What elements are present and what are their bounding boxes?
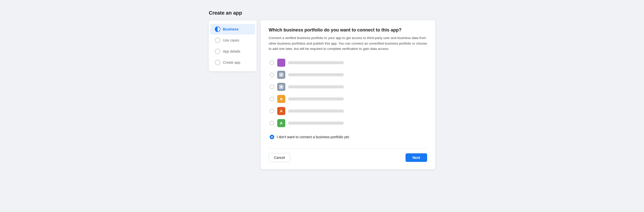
svg-rect-3 — [280, 86, 282, 88]
radio-1[interactable] — [270, 60, 274, 65]
sidebar-item-business[interactable]: Business — [210, 24, 255, 34]
portfolio-name-blur-6 — [288, 122, 344, 125]
sidebar-item-business-label: Business — [223, 27, 238, 31]
portfolio-item-5[interactable]: A — [269, 105, 427, 117]
radio-6[interactable] — [270, 121, 274, 125]
no-connect-option[interactable]: I don't want to connect a business portf… — [269, 133, 427, 141]
portfolio-name-blur-3 — [288, 85, 344, 88]
next-button[interactable]: Next — [406, 153, 427, 162]
content-title: Which business portfolio do you want to … — [269, 27, 427, 33]
radio-4[interactable] — [270, 97, 274, 101]
cancel-button[interactable]: Cancel — [269, 153, 290, 162]
sidebar: Business Use cases App details Create ap… — [209, 20, 257, 71]
portfolio-avatar-5: A — [277, 107, 285, 115]
portfolio-name-blur-1 — [288, 61, 344, 64]
no-connect-label: I don't want to connect a business portf… — [277, 135, 350, 139]
portfolio-avatar-6: A — [277, 119, 285, 127]
radio-2[interactable] — [270, 73, 274, 77]
sidebar-item-use-cases-label: Use cases — [223, 38, 239, 42]
create-app-step-icon — [215, 60, 220, 65]
portfolio-name-blur-5 — [288, 110, 344, 113]
sidebar-item-create-app[interactable]: Create app — [210, 57, 255, 68]
svg-rect-1 — [280, 74, 282, 76]
radio-3[interactable] — [270, 85, 274, 89]
card-footer: Cancel Next — [269, 148, 427, 162]
portfolio-item-3[interactable] — [269, 81, 427, 92]
sidebar-item-create-app-label: Create app — [223, 60, 240, 64]
business-step-icon — [215, 26, 220, 32]
content-card: Which business portfolio do you want to … — [261, 20, 435, 169]
portfolio-avatar-3 — [277, 83, 285, 91]
page-container: Create an app Business Use cases App det… — [209, 10, 435, 169]
page-title: Create an app — [209, 10, 435, 16]
portfolio-name-blur-2 — [288, 73, 344, 76]
sidebar-item-app-details-label: App details — [223, 49, 240, 53]
sidebar-item-app-details[interactable]: App details — [210, 46, 255, 57]
no-connect-radio[interactable] — [270, 135, 274, 139]
content-description: Connect a verified business portfolio to… — [269, 35, 427, 52]
portfolio-avatar-4: A — [277, 95, 285, 103]
use-cases-step-icon — [215, 38, 220, 43]
portfolio-avatar-2 — [277, 71, 285, 79]
app-details-step-icon — [215, 49, 220, 54]
portfolio-avatar-1 — [277, 59, 285, 67]
portfolio-item-4[interactable]: A — [269, 93, 427, 104]
portfolio-item-1[interactable] — [269, 57, 427, 68]
main-layout: Business Use cases App details Create ap… — [209, 20, 435, 169]
sidebar-item-use-cases[interactable]: Use cases — [210, 35, 255, 46]
portfolio-list: A A A — [269, 57, 427, 129]
radio-5[interactable] — [270, 109, 274, 113]
portfolio-item-6[interactable]: A — [269, 118, 427, 129]
portfolio-name-blur-4 — [288, 97, 344, 100]
portfolio-item-2[interactable] — [269, 69, 427, 80]
